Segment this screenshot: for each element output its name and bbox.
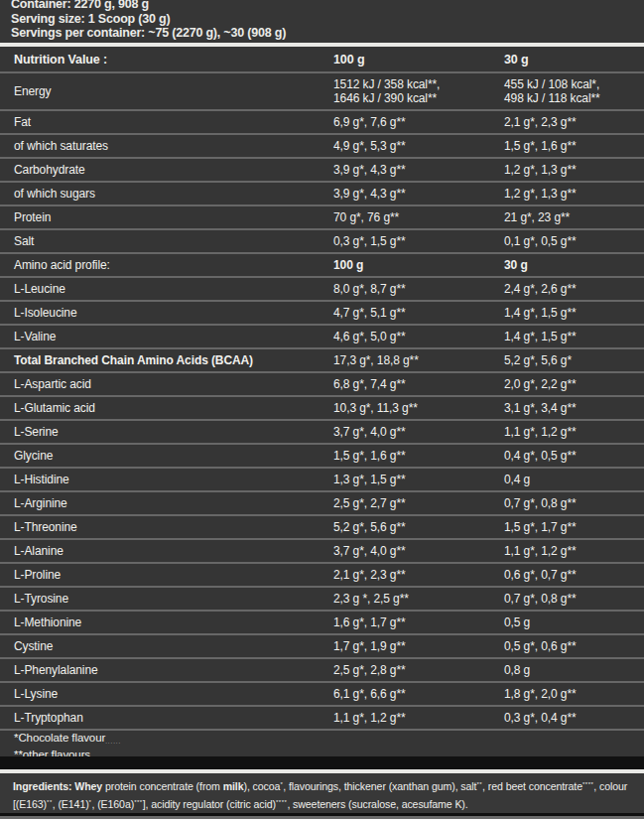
- ingredient-segment: , (E141): [53, 798, 89, 810]
- value-per-30g: 2,4 g*, 2,6 g**: [504, 282, 644, 296]
- row-label: Amino acid profile:: [0, 258, 333, 272]
- row-label: L-Valine: [0, 330, 333, 343]
- container-line: Container: 2270 g, 908 g: [11, 0, 644, 12]
- ingredient-segment: ), cocoa: [243, 780, 280, 792]
- ingredients-section: Ingredients: Whey protein concentrate (f…: [0, 773, 644, 813]
- value-per-30g: 1,5 g*, 1,6 g**: [504, 139, 644, 153]
- value-per-100g: 1,6 g*, 1,7 g**: [333, 615, 504, 629]
- value-per-30g: 1,4 g*, 1,5 g**: [504, 306, 644, 320]
- table-row: L-Isoleucine4,7 g*, 5,1 g**1,4 g*, 1,5 g…: [0, 302, 644, 326]
- row-label: Fat: [0, 115, 333, 129]
- value-per-30g: 5,2 g*, 5,6 g*: [504, 353, 644, 367]
- row-label: L-Histidine: [0, 473, 333, 486]
- row-label: L-Tryptophan: [0, 711, 333, 725]
- row-label: L-Phenylalanine: [0, 663, 333, 677]
- row-label: Total Branched Chain Amino Acids (BCAA): [0, 353, 333, 367]
- table-row: L-Tyrosine2,3 g *, 2,5 g**0,7 g*, 0,8 g*…: [0, 588, 644, 612]
- value-per-30g: 0,5 g: [504, 615, 644, 629]
- row-label: Carbohydrate: [0, 163, 333, 177]
- ingredient-segment: , red beet concentrate: [482, 780, 582, 792]
- ingredient-segment: , sweeteners (sucralose, acesufame K).: [287, 798, 467, 810]
- value-per-100g: 2,3 g *, 2,5 g**: [333, 592, 504, 606]
- value-per-100g: 3,7 g*, 4,0 g**: [333, 425, 504, 439]
- value-per-30g: 3,1 g*, 3,4 g**: [504, 401, 644, 415]
- value-per-30g: 2,0 g*, 2,2 g**: [504, 377, 644, 391]
- table-header-row: Nutrition Value : 100 g 30 g: [0, 47, 644, 73]
- footnotes: *Chocolate flavour...... **other flavour…: [0, 731, 644, 756]
- table-row: L-Phenylalanine2,5 g*, 2,8 g**0,8 g: [0, 659, 644, 683]
- row-label: L-Lysine: [0, 687, 333, 701]
- footnote-chocolate-flavour: *Chocolate flavour......: [14, 732, 644, 749]
- ingredient-segment: protein concentrate (from: [102, 780, 223, 792]
- value-per-100g: 4,7 g*, 5,1 g**: [333, 306, 504, 320]
- table-row: L-Serine3,7 g*, 4,0 g**1,1 g*, 1,2 g**: [0, 421, 644, 445]
- value-per-100g: 5,2 g*, 5,6 g**: [333, 520, 504, 534]
- value-per-30g: 0,3 g*, 0,4 g**: [504, 711, 644, 725]
- row-label: L-Leucine: [0, 282, 333, 296]
- table-body: Energy1512 kJ / 358 kcal**,1646 kJ / 390…: [0, 73, 644, 731]
- row-label: L-Serine: [0, 425, 333, 439]
- value-per-30g: 1,1 g*, 1,2 g**: [504, 544, 644, 558]
- column-header-30g: 30 g: [504, 53, 644, 67]
- value-per-30g: 0,8 g: [504, 663, 644, 677]
- table-row: L-Valine4,6 g*, 5,0 g**1,4 g*, 1,5 g**: [0, 326, 644, 349]
- value-per-30g: 1,2 g*, 1,3 g**: [504, 163, 644, 177]
- value-per-100g: 3,9 g*, 4,3 g**: [333, 187, 504, 201]
- value-per-30g: 1,8 g*, 2,0 g**: [504, 687, 644, 701]
- row-label: L-Aspartic acid: [0, 377, 333, 391]
- table-row: L-Alanine3,7 g*, 4,0 g**1,1 g*, 1,2 g**: [0, 540, 644, 564]
- table-row: Glycine1,5 g*, 1,6 g**0,4 g*, 0,5 g**: [0, 445, 644, 469]
- table-row: L-Tryptophan1,1 g*, 1,2 g**0,3 g*, 0,4 g…: [0, 707, 644, 731]
- bottom-strip: [0, 813, 644, 819]
- table-row: of which saturates4,9 g*, 5,3 g**1,5 g*,…: [0, 135, 644, 159]
- ingredient-superscript: ****: [582, 781, 593, 787]
- ingredient-superscript: ***: [134, 799, 143, 805]
- ingredient-segment: Ingredients: Whey: [13, 780, 102, 792]
- value-per-100g: 1512 kJ / 358 kcal**,1646 kJ / 390 kcal*…: [333, 77, 504, 105]
- nutrition-label: Container: 2270 g, 908 g Serving size: 1…: [0, 0, 644, 819]
- row-label: L-Alanine: [0, 544, 333, 558]
- footnote-tiny-marks: ......: [105, 739, 121, 745]
- value-per-30g: 0,7 g*, 0,8 g**: [504, 496, 644, 510]
- row-label: Glycine: [0, 449, 333, 463]
- row-label: L-Isoleucine: [0, 306, 333, 320]
- row-label: L-Proline: [0, 568, 333, 582]
- table-row: L-Arginine2,5 g*, 2,7 g**0,7 g*, 0,8 g**: [0, 492, 644, 516]
- table-row: L-Threonine5,2 g*, 5,6 g**1,5 g*, 1,7 g*…: [0, 516, 644, 540]
- value-per-100g: 8,0 g*, 8,7 g**: [333, 282, 504, 296]
- column-header-nutrition-value: Nutrition Value :: [0, 53, 333, 67]
- ingredient-superscript: ****: [276, 799, 287, 805]
- table-row: Salt0,3 g*, 1,5 g**0,1 g*, 0,5 g**: [0, 230, 644, 254]
- table-row: Fat6,9 g*, 7,6 g**2,1 g*, 2,3 g**: [0, 111, 644, 135]
- value-per-100g: 4,6 g*, 5,0 g**: [333, 330, 504, 343]
- table-row: L-Methionine1,6 g*, 1,7 g**0,5 g: [0, 612, 644, 635]
- value-per-100g: 1,7 g*, 1,9 g**: [333, 639, 504, 653]
- table-row: L-Histidine1,3 g*, 1,5 g**0,4 g: [0, 469, 644, 492]
- table-row: Energy1512 kJ / 358 kcal**,1646 kJ / 390…: [0, 73, 644, 111]
- row-label: L-Arginine: [0, 496, 333, 510]
- column-header-100g: 100 g: [333, 53, 504, 67]
- container-info: Container: 2270 g, 908 g Serving size: 1…: [0, 0, 644, 43]
- value-per-30g: 0,1 g*, 0,5 g**: [504, 234, 644, 248]
- value-per-30g: 0,4 g*, 0,5 g**: [504, 449, 644, 463]
- value-per-30g: 30 g: [504, 258, 644, 272]
- value-per-100g: 1,1 g*, 1,2 g**: [333, 711, 504, 725]
- value-per-100g: 0,3 g*, 1,5 g**: [333, 234, 504, 248]
- value-per-100g: 4,9 g*, 5,3 g**: [333, 139, 504, 153]
- value-per-100g: 17,3 g*, 18,8 g**: [333, 353, 504, 367]
- table-row: Protein70 g*, 76 g**21 g*, 23 g**: [0, 206, 644, 230]
- row-label: Protein: [0, 210, 333, 224]
- value-per-100g: 2,5 g*, 2,8 g**: [333, 663, 504, 677]
- value-per-30g: 0,5 g*, 0,6 g**: [504, 639, 644, 653]
- value-per-100g: 1,3 g*, 1,5 g**: [333, 473, 504, 486]
- table-row: L-Lysine6,1 g*, 6,6 g**1,8 g*, 2,0 g**: [0, 683, 644, 707]
- value-per-30g: 1,4 g*, 1,5 g**: [504, 330, 644, 343]
- servings-per-container-line: Servings per container: ~75 (2270 g), ~3…: [11, 26, 644, 41]
- table-row: Amino acid profile:100 g30 g: [0, 254, 644, 278]
- value-per-100g: 6,8 g*, 7,4 g**: [333, 377, 504, 391]
- value-per-30g: 455 kJ / 108 kcal*,498 kJ / 118 kcal**: [504, 77, 644, 105]
- table-row: L-Aspartic acid6,8 g*, 7,4 g**2,0 g*, 2,…: [0, 373, 644, 397]
- table-row: Cystine1,7 g*, 1,9 g**0,5 g*, 0,6 g**: [0, 635, 644, 659]
- value-per-30g: 0,6 g*, 0,7 g**: [504, 568, 644, 582]
- value-per-100g: 2,5 g*, 2,7 g**: [333, 496, 504, 510]
